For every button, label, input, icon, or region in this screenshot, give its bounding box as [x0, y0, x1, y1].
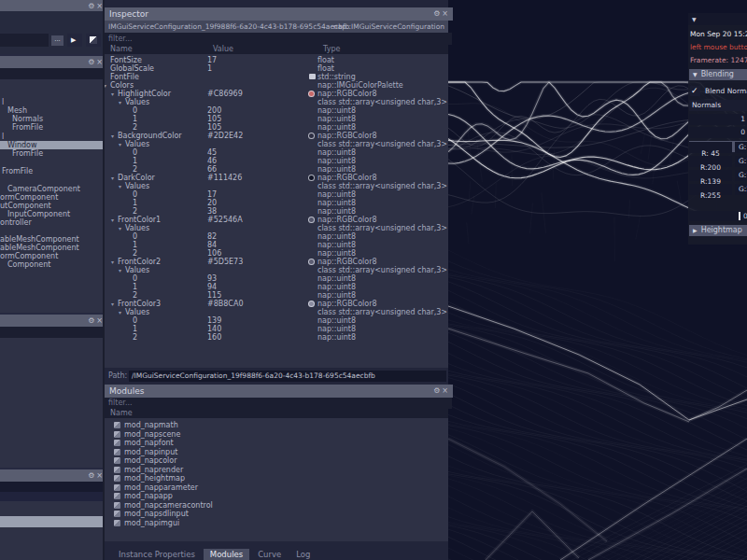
heightmap-section-header[interactable]: ▶Heightmap: [689, 225, 747, 236]
inspector-row[interactable]: FontSize17float: [105, 56, 448, 64]
inspector-row[interactable]: ▾Valuesclass std::array<unsigned char,3>: [105, 98, 448, 106]
inspector-row[interactable]: ▾BackgroundColor#2D2E42nap::RGBColor8: [105, 132, 448, 140]
gear-icon[interactable]: ⚙: [88, 58, 96, 66]
module-list-item[interactable]: mod_napparameter: [105, 483, 448, 493]
inspector-row[interactable]: 184nap::uint8: [105, 241, 448, 249]
tree-item[interactable]: utComponent: [0, 202, 51, 210]
inspector-filter-input[interactable]: filter...: [105, 33, 452, 45]
inspector-row[interactable]: 120nap::uint8: [105, 199, 448, 207]
tree-item[interactable]: FromFile: [12, 149, 43, 158]
tab-modules[interactable]: Modules: [204, 549, 249, 560]
property-value[interactable]: 94: [207, 283, 217, 291]
tree-item[interactable]: InputComponent: [7, 210, 70, 218]
module-list-item[interactable]: mod_napscene: [105, 430, 448, 440]
apprunner-titlebar[interactable]: ⚙×: [0, 0, 107, 11]
color-r-field[interactable]: R:200: [689, 156, 732, 167]
inspector-row[interactable]: 2160nap::uint8: [105, 333, 448, 342]
color-r-field[interactable]: R:255: [689, 184, 732, 195]
color-r-field[interactable]: R:139: [689, 170, 732, 181]
number-field-2[interactable]: 0: [689, 127, 747, 138]
resources-titlebar[interactable]: ⚙×: [0, 56, 107, 68]
property-value[interactable]: 105: [207, 123, 221, 132]
blend-normals-checkbox[interactable]: ✓: [690, 86, 700, 96]
close-icon[interactable]: ×: [442, 9, 450, 18]
inspector-row[interactable]: 0200nap::uint8: [105, 106, 448, 115]
inspector-row[interactable]: FontFilestd::string: [105, 73, 448, 81]
tree-item[interactable]: ontroller: [0, 218, 32, 227]
gear-icon[interactable]: ⚙: [88, 471, 96, 480]
modules-titlebar[interactable]: Modules ⚙×: [105, 385, 453, 398]
tree-item[interactable]: Window: [0, 141, 103, 149]
inspector-titlebar[interactable]: Inspector ⚙×: [105, 7, 453, 21]
close-icon[interactable]: ×: [442, 386, 450, 395]
tree-item[interactable]: l: [2, 98, 4, 106]
color-g-field[interactable]: G:255: [735, 184, 747, 195]
property-value[interactable]: 106: [207, 249, 221, 258]
property-value[interactable]: 38: [207, 207, 217, 216]
stop-edit-button[interactable]: [86, 34, 101, 47]
tree-item[interactable]: Normals: [12, 115, 43, 123]
expand-arrow-icon[interactable]: ▾: [119, 140, 121, 148]
tab-log[interactable]: Log: [289, 549, 317, 560]
gear-icon[interactable]: ⚙: [433, 9, 442, 18]
property-value[interactable]: 46: [207, 157, 217, 165]
inspector-row[interactable]: 266nap::uint8: [105, 165, 448, 174]
property-value[interactable]: 17: [207, 56, 217, 64]
color-g-field[interactable]: G:140: [735, 170, 747, 181]
tree-item[interactable]: ableMeshComponent: [0, 244, 79, 252]
property-value[interactable]: #111426: [207, 174, 242, 182]
inspector-row[interactable]: 082nap::uint8: [105, 232, 448, 241]
inspector-row[interactable]: 238nap::uint8: [105, 207, 448, 216]
inspector-row[interactable]: 045nap::uint8: [105, 148, 448, 157]
modules-filter-input[interactable]: filter...: [105, 398, 452, 409]
inspector-row[interactable]: 2105nap::uint8: [105, 123, 448, 132]
inspector-row[interactable]: 093nap::uint8: [105, 274, 448, 283]
property-value[interactable]: 17: [207, 190, 217, 199]
module-list-item[interactable]: mod_naprender: [105, 466, 448, 475]
expand-arrow-icon[interactable]: ▾: [119, 182, 121, 190]
inspector-row[interactable]: ▾Valuesclass std::array<unsigned char,3>: [105, 266, 448, 274]
expand-arrow-icon[interactable]: ▾: [111, 300, 114, 308]
property-value[interactable]: 82: [207, 232, 217, 241]
module-list-item[interactable]: mod_napsdlinput: [105, 510, 448, 519]
inspector-row[interactable]: 1140nap::uint8: [105, 325, 448, 333]
property-value[interactable]: #2D2E42: [207, 132, 243, 140]
history-titlebar[interactable]: ⚙×: [0, 469, 107, 482]
tree-item[interactable]: ormComponent: [0, 193, 58, 202]
types-titlebar[interactable]: ⚙×: [0, 315, 107, 327]
inspector-row[interactable]: ▾FrontColor3#8B8CA0nap::RGBColor8: [105, 300, 448, 308]
number-field-1[interactable]: 1: [689, 114, 747, 125]
resources-filter-input[interactable]: [0, 68, 106, 79]
tree-item[interactable]: Mesh: [7, 106, 27, 115]
module-list-item[interactable]: mod_napmath: [105, 421, 448, 430]
module-list-item[interactable]: mod_napinput: [105, 448, 448, 457]
tree-item[interactable]: FromFile: [12, 123, 43, 132]
tab-instance-properties[interactable]: Instance Properties: [112, 549, 202, 560]
browse-button[interactable]: ...: [51, 35, 63, 46]
normals-combo[interactable]: Normals: [689, 100, 747, 111]
imgui-overlay-window[interactable]: ▼ Mon Sep 20 15:29:45 20 left mouse butt…: [688, 13, 747, 245]
inspector-row[interactable]: 1105nap::uint8: [105, 115, 448, 123]
inspector-row[interactable]: 194nap::uint8: [105, 283, 448, 291]
property-value[interactable]: #C86969: [207, 90, 243, 98]
expand-arrow-icon[interactable]: ▾: [111, 174, 114, 182]
inspector-row[interactable]: ▾FrontColor1#52546Anap::RGBColor8: [105, 216, 448, 224]
property-value[interactable]: 200: [207, 106, 221, 115]
tree-item[interactable]: ableMeshComponent: [0, 235, 79, 244]
tree-item[interactable]: FromFile: [2, 167, 33, 175]
gear-icon[interactable]: ⚙: [88, 2, 96, 10]
property-value[interactable]: 84: [207, 241, 217, 249]
property-value[interactable]: #52546A: [207, 216, 243, 224]
types-filter-input[interactable]: [0, 327, 106, 338]
color-r-field[interactable]: R: 45: [689, 142, 732, 153]
inspector-row[interactable]: ▾Colorsnap::IMGuiColorPalette: [105, 81, 448, 90]
property-value[interactable]: 93: [207, 274, 217, 283]
property-value[interactable]: 160: [207, 333, 221, 342]
module-list-item[interactable]: mod_napfont: [105, 439, 448, 448]
module-list-item[interactable]: mod_napapp: [105, 492, 448, 501]
path-field[interactable]: /IMGuiServiceConfiguration_19f988f6-6a20…: [129, 371, 446, 382]
inspector-row[interactable]: 017nap::uint8: [105, 190, 448, 199]
expand-arrow-icon[interactable]: ▾: [119, 224, 121, 232]
inspector-row[interactable]: ▾Valuesclass std::array<unsigned char,3>: [105, 224, 448, 232]
tab-curve[interactable]: Curve: [251, 549, 288, 560]
